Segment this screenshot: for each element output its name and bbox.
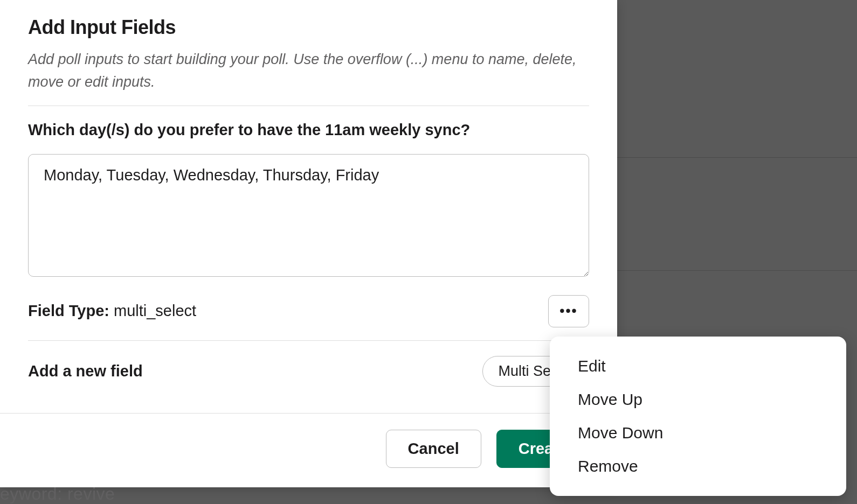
ellipsis-icon: ••• [559,303,577,319]
modal-body: Add Input Fields Add poll inputs to star… [0,0,617,413]
divider [28,106,589,106]
add-input-fields-modal: Add Input Fields Add poll inputs to star… [0,0,617,487]
field-type-label: Field Type: [28,302,114,319]
field-type-row: Field Type: multi_select ••• [28,295,589,341]
menu-item-edit[interactable]: Edit [550,349,846,383]
add-field-row: Add a new field Multi Select [28,356,589,387]
field-type-value: multi_select [114,302,196,319]
overflow-dropdown-menu: Edit Move Up Move Down Remove [550,337,846,496]
options-textarea[interactable] [28,154,589,277]
modal-footer: Cancel Create [0,413,617,487]
section-subtitle: Add poll inputs to start building your p… [28,48,589,94]
overflow-menu-button[interactable]: ••• [548,295,589,327]
question-label: Which day(/s) do you prefer to have the … [28,121,589,139]
cancel-button[interactable]: Cancel [386,430,481,468]
menu-item-move-up[interactable]: Move Up [550,383,846,416]
menu-item-move-down[interactable]: Move Down [550,416,846,450]
background-partial-text: eyword: revive [0,484,115,504]
section-title: Add Input Fields [28,16,589,39]
menu-item-remove[interactable]: Remove [550,450,846,483]
field-type-text: Field Type: multi_select [28,302,196,320]
add-field-label: Add a new field [28,362,143,380]
